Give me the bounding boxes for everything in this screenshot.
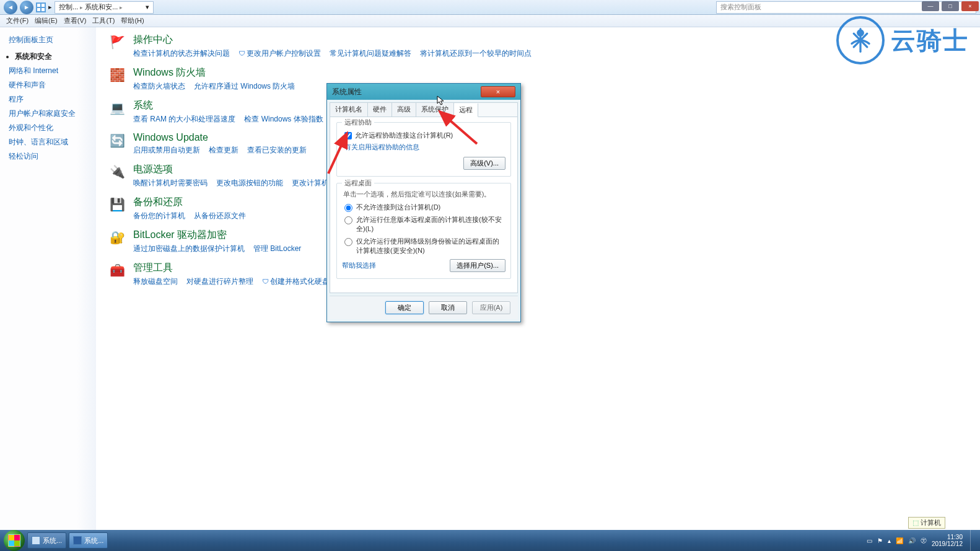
tab-system-protect[interactable]: 系统保护 <box>416 103 454 117</box>
category-link[interactable]: 备份您的计算机 <box>133 211 185 221</box>
category-title[interactable]: Windows 防火墙 <box>133 66 968 79</box>
dialog-inner: 远程协助 允许远程协助连接这台计算机(R) 有关启用远程协助的信息 高级(V).… <box>330 117 517 293</box>
tray-ime-icon[interactable]: ㉆ <box>921 536 927 545</box>
tray-network-icon[interactable]: 📶 <box>896 537 903 544</box>
sidebar-item-accounts[interactable]: 用户帐户和家庭安全 <box>9 108 91 119</box>
select-users-button[interactable]: 选择用户(S)... <box>450 259 505 272</box>
remote-assist-advanced-button[interactable]: 高级(V)... <box>463 157 505 170</box>
category-title[interactable]: BitLocker 驱动器加密 <box>133 229 968 242</box>
category-link[interactable]: 🛡更改用户帐户控制设置 <box>238 48 321 59</box>
minimize-button[interactable]: — <box>922 1 939 11</box>
category-links: 查看 RAM 的大小和处理器速度检查 Windows 体验指数🛡允许远程访问🛡设… <box>133 114 968 125</box>
category-link[interactable]: 检查防火墙状态 <box>133 81 185 92</box>
category-title[interactable]: 备份和还原 <box>133 196 968 209</box>
dialog-body: 计算机名 硬件 高级 系统保护 远程 远程协助 允许远程协助连接这台计算机(R)… <box>330 102 518 293</box>
tray-chevron-icon[interactable]: ▴ <box>888 537 891 544</box>
ok-button[interactable]: 确定 <box>385 301 424 314</box>
apply-button[interactable]: 应用(A) <box>472 301 510 314</box>
nav-fwd-button[interactable]: ► <box>20 1 33 14</box>
category-icon: 🧰 <box>108 262 126 279</box>
category-link[interactable]: 将计算机还原到一个较早的时间点 <box>420 48 532 59</box>
allow-remote-assist-checkbox[interactable] <box>344 132 352 139</box>
category-icon: 🔐 <box>108 229 126 246</box>
show-desktop-button[interactable] <box>970 530 976 551</box>
category-title[interactable]: 电源选项 <box>133 163 968 176</box>
tab-computer-name[interactable]: 计算机名 <box>330 103 368 117</box>
category-link[interactable]: 允许程序通过 Windows 防火墙 <box>194 81 295 92</box>
category-title[interactable]: 管理工具 <box>133 262 968 275</box>
category-links: 备份您的计算机从备份还原文件 <box>133 211 968 221</box>
dialog-close-button[interactable]: × <box>481 86 515 97</box>
category-row: 🚩操作中心检查计算机的状态并解决问题🛡更改用户帐户控制设置常见计算机问题疑难解答… <box>108 33 968 59</box>
rd-opt3-radio[interactable] <box>344 238 352 246</box>
sidebar-item-programs[interactable]: 程序 <box>9 94 91 105</box>
rd-opt1-radio[interactable] <box>344 204 352 212</box>
sidebar-item-appearance[interactable]: 外观和个性化 <box>9 123 91 133</box>
category-link[interactable]: 检查计算机的状态并解决问题 <box>133 48 230 59</box>
category-links: 检查防火墙状态允许程序通过 Windows 防火墙 <box>133 81 968 92</box>
category-link[interactable]: 查看 RAM 的大小和处理器速度 <box>133 114 235 125</box>
category-link[interactable]: 启用或禁用自动更新 <box>133 145 200 156</box>
sidebar-item-system-security[interactable]: 系统和安全 <box>15 51 91 62</box>
tray-volume-icon[interactable]: 🔊 <box>908 537 916 544</box>
start-button[interactable] <box>4 530 25 551</box>
category-link[interactable]: 管理 BitLocker <box>253 244 301 254</box>
sidebar-item-clock[interactable]: 时钟、语言和区域 <box>9 137 91 148</box>
shield-icon: 🛡 <box>238 50 245 57</box>
maximize-button[interactable]: □ <box>942 1 959 11</box>
category-row: 🔌电源选项唤醒计算机时需要密码更改电源按钮的功能更改计算机睡眠时间 <box>108 163 968 188</box>
menu-edit[interactable]: 编辑(E) <box>32 15 60 26</box>
dialog-title-text: 系统属性 <box>332 87 362 97</box>
category-link[interactable]: 检查 Windows 体验指数 <box>244 114 323 125</box>
sidebar-item-ease[interactable]: 轻松访问 <box>9 151 91 162</box>
shield-icon: 🛡 <box>262 278 269 285</box>
menu-view[interactable]: 查看(V) <box>61 15 89 26</box>
category-link[interactable]: 查看已安装的更新 <box>247 145 307 156</box>
sidebar-list: 系统和安全 网络和 Internet 硬件和声音 程序 用户帐户和家庭安全 外观… <box>9 51 91 162</box>
rd-opt2-radio[interactable] <box>344 216 352 224</box>
tab-remote[interactable]: 远程 <box>454 104 478 117</box>
sidebar-item-hardware[interactable]: 硬件和声音 <box>9 80 91 90</box>
taskbar-clock[interactable]: 11:30 2019/12/12 <box>932 534 963 547</box>
remote-assist-group: 远程协助 允许远程协助连接这台计算机(R) 有关启用远程协助的信息 高级(V).… <box>336 122 511 177</box>
nav-back-button[interactable]: ◄ <box>4 1 17 14</box>
category-link[interactable]: 检查更新 <box>209 145 238 156</box>
taskbar-item-1[interactable]: 系统... <box>27 532 66 549</box>
remote-assist-legend: 远程协助 <box>342 118 374 127</box>
sidebar-item-network[interactable]: 网络和 Internet <box>9 66 91 76</box>
rd-opt2-row[interactable]: 允许运行任意版本远程桌面的计算机连接(较不安全)(L) <box>344 215 505 234</box>
remote-desktop-group: 远程桌面 单击一个选项，然后指定谁可以连接(如果需要)。 不允许连接到这台计算机… <box>336 183 511 279</box>
rd-opt1-row[interactable]: 不允许连接到这台计算机(D) <box>344 203 505 212</box>
tab-advanced[interactable]: 高级 <box>392 103 416 117</box>
menu-help[interactable]: 帮助(H) <box>118 15 146 26</box>
close-window-button[interactable]: × <box>961 1 979 11</box>
menu-file[interactable]: 文件(F) <box>4 15 31 26</box>
breadcrumb[interactable]: 控制... ▸ 系统和安... ▸ ▾ <box>55 1 154 14</box>
taskbar-item-2[interactable]: 系统... <box>69 532 108 549</box>
breadcrumb-dropdown-icon[interactable]: ▾ <box>146 3 149 11</box>
category-link[interactable]: 通过加密磁盘上的数据保护计算机 <box>133 244 245 254</box>
category-icon: 🔄 <box>108 132 126 149</box>
tray-action-center-icon[interactable]: ⚑ <box>877 537 883 544</box>
breadcrumb-seg-1[interactable]: 控制... <box>59 2 78 12</box>
category-link[interactable]: 对硬盘进行碎片整理 <box>186 276 253 287</box>
category-title[interactable]: 系统 <box>133 99 968 112</box>
tab-hardware[interactable]: 硬件 <box>368 103 392 117</box>
category-link[interactable]: 更改电源按钮的功能 <box>216 178 283 188</box>
category-link[interactable]: 唤醒计算机时需要密码 <box>133 178 208 188</box>
menu-tools[interactable]: 工具(T) <box>90 15 117 26</box>
rd-opt3-row[interactable]: 仅允许运行使用网络级别身份验证的远程桌面的计算机连接(更安全)(N) <box>344 237 505 255</box>
dialog-titlebar[interactable]: 系统属性 × <box>327 84 520 100</box>
category-title[interactable]: Windows Update <box>133 132 968 143</box>
category-link[interactable]: 从备份还原文件 <box>194 211 246 221</box>
remote-assist-info-link[interactable]: 有关启用远程协助的信息 <box>344 143 505 152</box>
category-title[interactable]: 操作中心 <box>133 33 968 46</box>
allow-remote-assist-row[interactable]: 允许远程协助连接这台计算机(R) <box>344 131 505 140</box>
cancel-button[interactable]: 取消 <box>429 301 467 314</box>
tray-battery-icon[interactable]: ▭ <box>867 537 872 544</box>
rd-help-link[interactable]: 帮助我选择 <box>342 261 376 270</box>
sidebar-home[interactable]: 控制面板主页 <box>9 35 91 45</box>
category-link[interactable]: 释放磁盘空间 <box>133 276 178 287</box>
breadcrumb-seg-2[interactable]: 系统和安... <box>85 2 118 12</box>
category-link[interactable]: 常见计算机问题疑难解答 <box>330 48 411 59</box>
